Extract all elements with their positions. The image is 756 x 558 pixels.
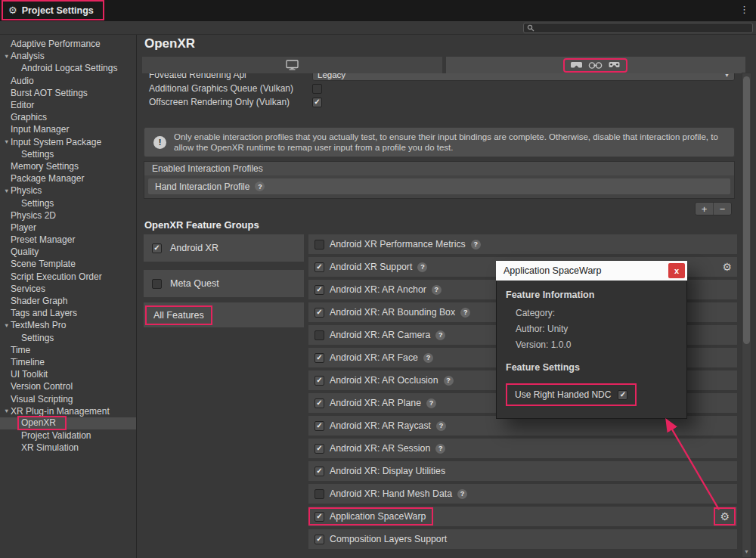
offscreen-rendering-checkbox[interactable]: ✓ — [312, 98, 322, 107]
help-icon[interactable]: ? — [423, 353, 433, 363]
feature-checkbox[interactable]: ✓ — [314, 398, 324, 408]
sidebar-item-scene-template[interactable]: Scene Template — [0, 258, 136, 270]
feature-checkbox[interactable]: ✓ — [314, 467, 324, 476]
sidebar-item-input-system-package[interactable]: ▼Input System Package — [0, 136, 136, 148]
feature-group-checkbox[interactable] — [152, 279, 162, 289]
scroll-down-arrow-icon[interactable]: ▼ — [742, 547, 751, 556]
help-icon[interactable]: ? — [432, 285, 442, 295]
sidebar-item-ui-toolkit[interactable]: UI Toolkit — [0, 368, 136, 380]
sidebar-item-graphics[interactable]: Graphics — [0, 111, 136, 123]
feature-checkbox[interactable]: ✓ — [314, 444, 324, 454]
sidebar-item-preset-manager[interactable]: Preset Manager — [0, 234, 136, 246]
sidebar-item-settings[interactable]: Settings — [0, 197, 136, 209]
ndc-checkbox[interactable]: ✓ — [618, 390, 627, 400]
sidebar-item-label: Audio — [11, 76, 34, 86]
sidebar-item-xr-simulation[interactable]: XR Simulation — [0, 442, 136, 454]
sidebar-item-timeline[interactable]: Timeline — [0, 356, 136, 368]
sidebar-item-label: XR Plug-in Management — [11, 406, 110, 417]
help-icon[interactable]: ? — [460, 308, 470, 318]
sidebar-item-analysis[interactable]: ▼Analysis — [0, 50, 136, 62]
help-icon[interactable]: ? — [417, 262, 427, 272]
sidebar-item-audio[interactable]: Audio — [0, 75, 136, 87]
sidebar-item-physics-2d[interactable]: Physics 2D — [0, 209, 136, 222]
popup-titlebar[interactable]: Application SpaceWarp x — [496, 261, 687, 281]
sidebar-item-player[interactable]: Player — [0, 222, 136, 234]
feature-row-application-spacewarp[interactable]: ✓Application SpaceWarp⚙ — [308, 507, 737, 526]
foldout-arrow-icon[interactable]: ▼ — [0, 408, 11, 414]
hand-interaction-profile-row[interactable]: Hand Interaction Profile ? — [148, 178, 730, 194]
sidebar-item-tags-and-layers[interactable]: Tags and Layers — [0, 307, 136, 319]
sidebar-item-quality[interactable]: Quality — [0, 246, 136, 258]
search-input[interactable] — [523, 23, 753, 33]
add-profile-button[interactable]: + — [696, 203, 713, 215]
sidebar-item-memory-settings[interactable]: Memory Settings — [0, 160, 136, 172]
sidebar-item-physics[interactable]: ▼Physics — [0, 184, 136, 197]
help-icon[interactable]: ? — [471, 240, 481, 250]
foldout-arrow-icon[interactable]: ▼ — [0, 323, 11, 329]
help-icon[interactable]: ? — [255, 181, 265, 191]
feature-row-composition-layers-support[interactable]: ✓Composition Layers Support — [308, 529, 737, 549]
feature-row-android-xr-ar-session[interactable]: ✓Android XR: AR Session? — [308, 439, 737, 458]
sidebar-item-label: Visual Scripting — [11, 394, 73, 405]
feature-checkbox[interactable] — [314, 240, 324, 250]
feature-group-meta-quest[interactable]: Meta Quest — [144, 270, 304, 297]
popup-title-label: Application SpaceWarp — [503, 265, 601, 276]
sidebar-item-visual-scripting[interactable]: Visual Scripting — [0, 392, 136, 405]
feature-checkbox[interactable]: ✓ — [314, 512, 324, 522]
foveated-rendering-dropdown[interactable]: Legacy ▼ — [312, 73, 735, 81]
sidebar-item-input-manager[interactable]: Input Manager — [0, 123, 136, 135]
vertical-scrollbar[interactable]: ▼ — [742, 73, 751, 558]
feature-settings-gear-icon[interactable]: ⚙ — [715, 509, 734, 524]
help-icon[interactable]: ? — [444, 376, 454, 386]
feature-row-android-xr-performance-metrics[interactable]: Android XR Performance Metrics? — [308, 234, 737, 254]
sidebar-item-label: Input System Package — [11, 137, 101, 147]
help-icon[interactable]: ? — [426, 398, 436, 408]
foldout-arrow-icon[interactable]: ▼ — [0, 188, 11, 194]
all-features-row[interactable]: All Features — [144, 302, 304, 327]
sidebar-item-burst-aot-settings[interactable]: Burst AOT Settings — [0, 87, 136, 99]
sidebar-item-adaptive-performance[interactable]: Adaptive Performance — [0, 38, 136, 50]
sidebar-item-shader-graph[interactable]: Shader Graph — [0, 295, 136, 307]
additional-graphics-queue-checkbox[interactable] — [312, 84, 322, 94]
sidebar-item-project-validation[interactable]: Project Validation — [0, 429, 136, 442]
feature-checkbox[interactable]: ✓ — [314, 535, 324, 544]
feature-checkbox[interactable]: ✓ — [314, 308, 324, 318]
popup-close-button[interactable]: x — [668, 263, 685, 278]
feature-settings-gear-icon[interactable]: ⚙ — [722, 262, 732, 272]
feature-checkbox[interactable]: ✓ — [314, 353, 324, 363]
feature-row-android-xr-hand-mesh-data[interactable]: Android XR: Hand Mesh Data? — [308, 484, 737, 504]
sidebar-item-services[interactable]: Services — [0, 283, 136, 295]
help-icon[interactable]: ? — [435, 330, 445, 340]
foldout-arrow-icon[interactable]: ▼ — [0, 54, 11, 60]
sidebar-item-android-logcat-settings[interactable]: Android Logcat Settings — [0, 62, 136, 74]
help-icon[interactable]: ? — [457, 489, 467, 499]
sidebar-item-editor[interactable]: Editor — [0, 99, 136, 111]
tab-xr-devices[interactable] — [446, 57, 746, 73]
help-icon[interactable]: ? — [435, 444, 445, 454]
feature-group-android-xr[interactable]: ✓Android XR — [144, 234, 304, 262]
tab-desktop[interactable] — [142, 57, 442, 73]
feature-checkbox[interactable] — [314, 489, 324, 499]
sidebar-item-settings[interactable]: Settings — [0, 148, 136, 160]
sidebar-item-script-execution-order[interactable]: Script Execution Order — [0, 271, 136, 283]
foldout-arrow-icon[interactable]: ▼ — [0, 139, 11, 145]
sidebar-item-package-manager[interactable]: Package Manager — [0, 172, 136, 184]
sidebar-item-textmesh-pro[interactable]: ▼TextMesh Pro — [0, 319, 136, 331]
feature-checkbox[interactable]: ✓ — [314, 376, 324, 386]
feature-checkbox[interactable]: ✓ — [314, 421, 324, 431]
additional-graphics-queue-label: Additional Graphics Queue (Vulkan) — [149, 83, 312, 94]
sidebar-item-openxr[interactable]: OpenXR — [0, 417, 136, 429]
feature-checkbox[interactable]: ✓ — [314, 262, 324, 272]
kebab-menu-icon[interactable]: ⋮ — [739, 5, 749, 14]
feature-group-checkbox[interactable]: ✓ — [152, 243, 162, 253]
help-icon[interactable]: ? — [436, 421, 446, 431]
feature-checkbox[interactable] — [314, 330, 324, 340]
feature-checkbox[interactable]: ✓ — [314, 285, 324, 295]
sidebar-item-version-control[interactable]: Version Control — [0, 380, 136, 392]
sidebar-item-xr-plug-in-management[interactable]: ▼XR Plug-in Management — [0, 405, 136, 417]
sidebar-item-time[interactable]: Time — [0, 344, 136, 356]
scrollbar-thumb[interactable] — [743, 76, 750, 344]
remove-profile-button[interactable]: − — [714, 203, 731, 215]
feature-row-android-xr-display-utilities[interactable]: ✓Android XR: Display Utilities — [308, 461, 737, 481]
sidebar-item-settings[interactable]: Settings — [0, 332, 136, 344]
